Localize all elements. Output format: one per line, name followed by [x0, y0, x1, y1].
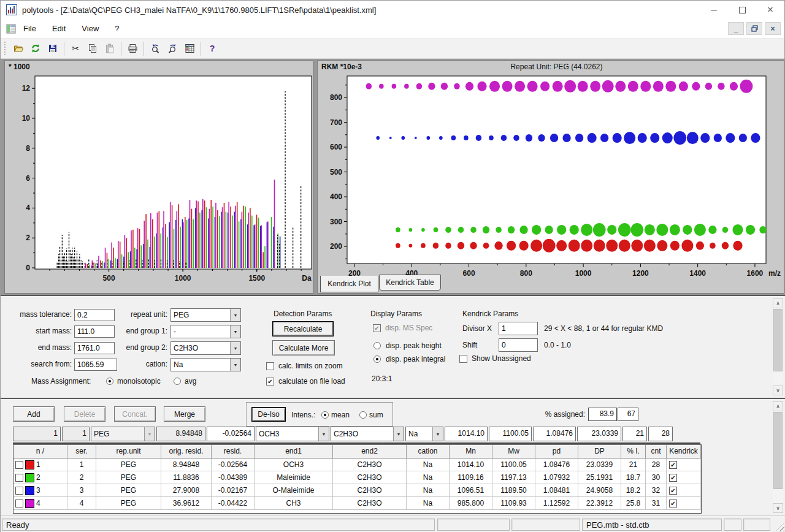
zoom-next-icon[interactable]	[164, 40, 181, 57]
editor-pd[interactable]: 1.08476	[533, 427, 576, 441]
editor-series-index[interactable]: 1	[62, 427, 90, 441]
menu-help[interactable]: ?	[107, 24, 128, 33]
chevron-down-icon[interactable]: ▼	[144, 427, 155, 441]
column-header[interactable]: pd	[535, 445, 578, 458]
divisor-input[interactable]	[499, 322, 538, 335]
row-select-checkbox[interactable]	[15, 487, 23, 495]
column-header[interactable]: DP	[578, 445, 621, 458]
table-row[interactable]: 11PEG8.94848-0.02564OCH3C2H3ONa1014.1011…	[13, 458, 701, 471]
mdi-minimize-icon[interactable]: _	[728, 22, 744, 35]
open-file-icon[interactable]	[10, 40, 27, 57]
column-header[interactable]: % I.	[621, 445, 646, 458]
table-scrollbar[interactable]: ∧ ∨	[773, 401, 783, 513]
refresh-icon[interactable]	[27, 40, 44, 57]
chevron-down-icon[interactable]: ▼	[432, 427, 443, 441]
mdi-close-icon[interactable]: ×	[765, 22, 781, 35]
column-header[interactable]: resid.	[212, 445, 255, 458]
column-header[interactable]: end2	[333, 445, 407, 458]
de-iso-button[interactable]: De-Iso	[251, 407, 286, 422]
disp-peak-height-radio[interactable]	[373, 342, 381, 349]
row-select-checkbox[interactable]	[15, 500, 23, 507]
cation-select[interactable]: Na▼	[170, 358, 241, 371]
tab-kendrick-table[interactable]: Kendrick Table	[379, 275, 441, 291]
intens-sum-radio[interactable]	[359, 411, 367, 419]
kendrick-plot[interactable]: RKM *10e-3Repeat Unit: PEG (44.0262)2003…	[318, 61, 784, 276]
maximize-icon[interactable]	[728, 1, 756, 19]
monoisotopic-radio[interactable]	[106, 378, 113, 385]
table-row[interactable]: 33PEG27.9008-0.02167O-MaleimideC2H3ONa10…	[13, 484, 701, 497]
chevron-down-icon[interactable]: ▼	[318, 427, 329, 441]
copy-icon[interactable]	[84, 40, 101, 57]
concat-button[interactable]: Concat.	[114, 406, 156, 422]
toolbar-grip[interactable]	[4, 42, 6, 55]
save-icon[interactable]	[44, 40, 61, 57]
calculate-on-file-load-checkbox[interactable]	[266, 378, 274, 386]
column-header[interactable]: Mw	[492, 445, 535, 458]
chevron-down-icon[interactable]: ▼	[230, 325, 240, 338]
repeat-unit-select[interactable]: PEG▼	[170, 308, 241, 322]
editor-mw[interactable]: 1100.05	[489, 427, 532, 441]
menu-file[interactable]: File	[16, 24, 45, 33]
start-mass-input[interactable]	[74, 325, 115, 338]
column-header[interactable]: n /	[13, 445, 67, 458]
end-group-1-select[interactable]: -▼	[170, 325, 241, 338]
column-header[interactable]: cnt	[646, 445, 667, 458]
column-header[interactable]: end1	[255, 445, 333, 458]
cut-icon[interactable]: ✂	[67, 40, 84, 57]
editor-cnt[interactable]: 28	[648, 427, 673, 441]
tab-kendrick-plot[interactable]: Kendrick Plot	[320, 276, 378, 292]
menu-edit[interactable]: Edit	[45, 24, 74, 33]
search-from-input[interactable]	[74, 359, 117, 371]
peak-table-icon[interactable]	[181, 40, 198, 57]
calculate-more-button[interactable]: Calculate More	[272, 340, 335, 355]
params-scrollbar[interactable]: ∧ ∨	[773, 298, 783, 395]
merge-button[interactable]: Merge	[164, 406, 205, 422]
add-button[interactable]: Add	[13, 406, 55, 422]
mass-spectrum-plot[interactable]: * 100002468101250010001500Da	[5, 61, 313, 293]
table-row[interactable]: 44PEG36.9612-0.04422CH3C2H3ONa985.800110…	[13, 497, 701, 510]
editor-resid[interactable]: -0.02564	[207, 427, 255, 441]
shift-input[interactable]	[499, 338, 538, 352]
scroll-down-icon[interactable]: ∨	[773, 386, 783, 395]
menu-view[interactable]: View	[74, 24, 107, 33]
end-mass-input[interactable]	[74, 342, 115, 354]
chevron-down-icon[interactable]: ▼	[230, 342, 240, 354]
table-row[interactable]: 22PEG11.8836-0.04389MaleimideC2H3ONa1109…	[13, 471, 701, 484]
end-group-2-select[interactable]: C2H3O▼	[170, 341, 241, 355]
editor-row-index[interactable]: 1	[13, 427, 61, 441]
editor-orig-resid[interactable]: 8.94848	[156, 427, 205, 441]
scroll-up-icon[interactable]: ∧	[773, 298, 783, 308]
kendrick-checkbox[interactable]	[669, 487, 677, 495]
calc-limits-on-zoom-checkbox[interactable]	[266, 362, 274, 370]
editor-end2[interactable]: C2H3O▼	[331, 427, 404, 441]
scroll-up-icon[interactable]: ∧	[773, 401, 783, 411]
print-icon[interactable]	[124, 40, 141, 57]
editor-pct-i[interactable]: 21	[622, 427, 647, 441]
resize-grip[interactable]	[776, 523, 784, 531]
column-header[interactable]: rep.unit	[96, 445, 161, 458]
editor-mn[interactable]: 1014.10	[445, 427, 488, 441]
mass-tolerance-input[interactable]	[74, 309, 115, 321]
mdi-restore-icon[interactable]	[746, 22, 762, 35]
row-select-checkbox[interactable]	[15, 461, 23, 469]
chevron-down-icon[interactable]: ▼	[393, 427, 404, 441]
show-unassigned-checkbox[interactable]	[459, 355, 467, 363]
help-icon[interactable]: ?	[204, 40, 221, 57]
zoom-previous-icon[interactable]	[147, 40, 164, 57]
recalculate-button[interactable]: Recalculate	[272, 321, 334, 336]
paste-icon[interactable]	[101, 40, 118, 57]
column-header[interactable]: Kendrick	[667, 445, 701, 458]
close-icon[interactable]: ×	[756, 1, 784, 19]
kendrick-checkbox[interactable]	[669, 461, 677, 469]
kendrick-checkbox[interactable]	[669, 474, 677, 482]
editor-end1[interactable]: OCH3▼	[256, 427, 329, 441]
column-header[interactable]: ser.	[67, 445, 96, 458]
editor-rep-unit[interactable]: PEG▼	[91, 427, 155, 441]
chevron-down-icon[interactable]: ▼	[230, 309, 240, 321]
column-header[interactable]: cation	[407, 445, 450, 458]
kendrick-checkbox[interactable]	[669, 500, 677, 507]
scroll-down-icon[interactable]: ∨	[773, 503, 783, 513]
column-header[interactable]: orig. resid.	[161, 445, 212, 458]
intens-mean-radio[interactable]	[321, 411, 329, 419]
delete-button[interactable]: Delete	[64, 406, 105, 422]
